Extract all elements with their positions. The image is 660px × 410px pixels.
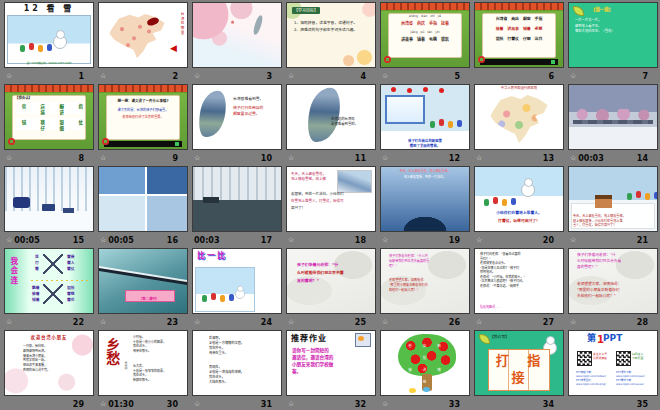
animation-star-icon[interactable]: ☆ <box>382 155 388 162</box>
slide-number: 1 <box>78 72 84 81</box>
slide-text: 省 店 橱 指 接 讲 铺 毯 <box>401 341 453 389</box>
animation-star-icon[interactable]: ☆ <box>570 237 576 244</box>
animation-star-icon[interactable]: ☆ <box>100 401 106 408</box>
slide-12-thumbnail[interactable]: 孩子们在商店的橱窗里 看到了美丽的雪景。 <box>380 84 470 150</box>
slide-23-thumbnail[interactable]: （第二课时） <box>98 248 188 314</box>
slide-17-thumbnail[interactable] <box>192 166 282 232</box>
slide-9-thumbnail[interactable]: 想一想：课文讲了一件什么事情?课文写的是：台湾的孩子们想看雪，老师给他们讲了北京… <box>98 84 188 150</box>
slide-number: 29 <box>73 400 84 409</box>
slide-1-thumbnail[interactable]: 12 看 雪第一PPT模板网：WWW.1PPT.COM <box>4 2 94 68</box>
taiwan-sliver-icon <box>252 15 264 36</box>
slide-label: ☆8 <box>4 150 94 165</box>
animation-star-icon[interactable]: ☆ <box>6 319 12 326</box>
slide-number: 5 <box>454 72 460 81</box>
computer-icon <box>355 333 371 347</box>
slide-20-thumbnail[interactable]: 小伙伴们在雪地上堆雪人，打雪仗，玩得可高兴了！ <box>474 166 564 232</box>
animation-star-icon[interactable]: ☆ <box>194 401 200 408</box>
slide-10-thumbnail[interactable]: 台湾很难看到雪，孩子们只在商店的 橱窗里见过雪。 <box>192 84 282 150</box>
animation-star-icon[interactable]: ☆ <box>382 237 388 244</box>
animation-star-icon[interactable]: ☆ <box>100 237 106 244</box>
animation-star-icon[interactable]: ☆ <box>570 155 576 162</box>
slide-cell: 冬天，天上飘着雪花，地上铺着雪毯， 树上披着银装…小伙伴们在雪地上堆 雪人，打雪… <box>566 164 660 246</box>
animation-star-icon[interactable]: ☆ <box>476 155 482 162</box>
slide-15-thumbnail[interactable] <box>4 166 94 232</box>
animation-star-icon[interactable]: ☆ <box>288 73 294 80</box>
animation-star-icon[interactable]: ☆ <box>100 155 106 162</box>
slide-3-thumbnail[interactable] <box>192 2 282 68</box>
slide-text: PPT <box>603 333 622 345</box>
animation-star-icon[interactable]: ☆ <box>476 319 482 326</box>
slide-number: 15 <box>73 236 84 245</box>
animation-star-icon[interactable]: ☆ <box>382 319 388 326</box>
animation-star-icon[interactable]: ☆ <box>570 319 576 326</box>
slide-text: PPT模板下载 www.1ppt.com/moban/ PPT背景图片 www.… <box>576 371 614 387</box>
animation-star-icon[interactable]: ☆ <box>570 73 576 80</box>
slide-18-thumbnail[interactable]: 冬天，天上飘着雪花， 地上铺着雪毯，树上披着银装，到处一片洁白。小伙伴们在雪地上… <box>286 166 376 232</box>
slide-cell: 第1PPT关注公众号 免费领模板扫码进入 下载页面PPT模板下载 www.1pp… <box>566 328 660 410</box>
slide-13-thumbnail[interactable]: 中华人民共和国行政区划 <box>474 84 564 150</box>
animation-star-icon[interactable]: ☆ <box>100 73 106 80</box>
slide-5-thumbnail[interactable]: shěng diàn zhǐ jiē台湾省 商店 手指 接着jiǎng pū t… <box>380 2 470 68</box>
animation-star-icon[interactable]: ☆ <box>100 319 106 326</box>
slide-34-thumbnail[interactable]: 【我会写】打 指 接 <box>474 330 564 396</box>
slide-number: 11 <box>355 154 366 163</box>
slide-cell: （第二课时）☆23 <box>96 246 190 328</box>
slide-number: 9 <box>172 154 178 163</box>
slide-8-thumbnail[interactable]: 【我会认】省 店 橱 指 接 讲铺 毯 银 仗 仔 细 <box>4 84 94 150</box>
slide-text: 1、借助拼音，读准字音，读通句子。 2、把难读的句子和生字词多读几遍。 <box>294 20 372 34</box>
animation-star-icon[interactable]: ☆ <box>288 319 294 326</box>
slide-33-thumbnail[interactable]: 省 店 橱 指 接 讲 铺 毯 <box>380 330 470 396</box>
slide-32-thumbnail[interactable]: 推荐作业请你写一封简短的 邀请信，邀请台湾的 小朋友来我们学校做 客。 <box>286 330 376 396</box>
slide-label: ☆00:0516 <box>98 232 188 247</box>
slide-29-thumbnail[interactable]: 欢迎台湾小朋友一只船，扬白帆， 飘呀飘呀到台湾。 接来台湾小朋友， 到我学校玩一… <box>4 330 94 396</box>
slide-text: 接着 讲故事 铺着 毛毯 <box>477 26 561 31</box>
slide-4-thumbnail[interactable]: 【学习目标】1、借助拼音，读准字音，读通句子。 2、把难读的句子和生字词多读几遍… <box>286 2 376 68</box>
slide-2-thumbnail[interactable]: 台湾在哪里 <box>98 2 188 68</box>
taiwan-photo-icon <box>195 88 229 140</box>
slide-25-thumbnail[interactable]: 孩子们争着问老师：“什么时候能带我们到北京去看真的雪呢？” <box>286 248 376 314</box>
slide-14-thumbnail[interactable] <box>568 84 658 150</box>
slide-19-thumbnail[interactable]: 冬天，天上飘着雪花，地上铺着雪毯，树上披着银装，到处一片洁白。 <box>380 166 470 232</box>
animation-star-icon[interactable]: ☆ <box>382 73 388 80</box>
slide-7-thumbnail[interactable]: 【猜一猜】一片一片又一片， 飘到地上看不见。 落在大地白茫茫。（雪花） <box>568 2 658 68</box>
slide-cell: 【我会写】打 指 接34 <box>472 328 566 410</box>
slide-28-thumbnail[interactable]: 孩子们争着问老师：“什 么时候能带我们到北京去看 真的雪呢？”老师望望大家，深情… <box>568 248 658 314</box>
slide-timing: 00:03 <box>194 236 219 245</box>
slide-35-thumbnail[interactable]: 第1PPT关注公众号 免费领模板扫码进入 下载页面PPT模板下载 www.1pp… <box>568 330 658 396</box>
animation-star-icon[interactable]: ☆ <box>194 73 200 80</box>
slide-text: 小伙伴们在雪地上堆雪人， <box>477 211 561 216</box>
slide-text: 省 店 橱 指 接 讲 <box>18 104 93 115</box>
slide-22-thumbnail[interactable]: 我会连堆 打 看雪景 雪人 雪仗飘着 披着 铺着银装 雪毯 雪花 <box>4 248 94 314</box>
slide-24-thumbnail[interactable]: 比一比 <box>192 248 282 314</box>
slide-16-thumbnail[interactable] <box>98 166 188 232</box>
slide-21-thumbnail[interactable]: 冬天，天上飘着雪花，地上铺着雪毯， 树上披着银装…小伙伴们在雪地上堆 雪人，打雪… <box>568 166 658 232</box>
slide-label: ☆31 <box>192 396 282 410</box>
slide-31-thumbnail[interactable]: 后来啊， 乡愁是一方矮矮的坟墓， 我在外头， 母亲在里头。而现在， 乡愁是一湾浅… <box>192 330 282 396</box>
slide-text: 冬天，天上飘着雪花， 地上铺着雪毯，树上披 <box>291 172 337 183</box>
slide-cell: 冬天，天上飘着雪花， 地上铺着雪毯，树上披着银装，到处一片洁白。小伙伴们在雪地上… <box>284 164 378 246</box>
animation-star-icon[interactable]: ☆ <box>288 401 294 408</box>
animation-star-icon[interactable]: ☆ <box>382 401 388 408</box>
animation-star-icon[interactable]: ☆ <box>476 237 482 244</box>
animation-star-icon[interactable]: ☆ <box>288 155 294 162</box>
slide-cell: 想一想：课文讲了一件什么事情?课文写的是：台湾的孩子们想看雪，老师给他们讲了北京… <box>96 82 190 164</box>
animation-star-icon[interactable]: ☆ <box>6 155 12 162</box>
animation-star-icon[interactable]: ☆ <box>6 73 12 80</box>
slide-26-thumbnail[interactable]: 孩子们争着问老师：“什么时 候能带我们到北京去看真的雪 呢？”老师望望大家，深情… <box>380 248 470 314</box>
animation-star-icon[interactable]: ☆ <box>6 237 12 244</box>
slide-cell: 冬天，天上飘着雪花，地上铺着雪毯，树上披着银装，到处一片洁白。☆19 <box>378 164 472 246</box>
slide-cell: 省 店 橱 指 接 讲 铺 毯☆33 <box>378 328 472 410</box>
slide-timing: 01:30 <box>108 400 133 409</box>
slide-label: ☆21 <box>568 232 658 247</box>
animation-star-icon[interactable]: ☆ <box>194 155 200 162</box>
animation-star-icon[interactable]: ☆ <box>288 237 294 244</box>
slide-6-thumbnail[interactable]: 台湾省 商店 橱窗 手指接着 讲故事 铺着 毛毯银装 打雪仗 仔细 洁白 <box>474 2 564 68</box>
slide-cell: 00:0317 <box>190 164 284 246</box>
slide-27-thumbnail[interactable]: 孩子们问老师：“您看见过真的 雪吗？” 老师微笑着点点头。 “您是在哪儿见过的？… <box>474 248 564 314</box>
slide-label: ☆18 <box>286 232 376 247</box>
slide-30-thumbnail[interactable]: 乡愁余光中小时候， 乡愁是一枚小小的邮票， 我在这头， 母亲在那头。长大后， 乡… <box>98 330 188 396</box>
slide-11-thumbnail[interactable]: 在很远的台湾岛 是很难看到雪的。 <box>286 84 376 150</box>
china-map-icon <box>488 94 550 144</box>
lanterns-icon <box>391 87 396 92</box>
animation-star-icon[interactable]: ☆ <box>194 319 200 326</box>
